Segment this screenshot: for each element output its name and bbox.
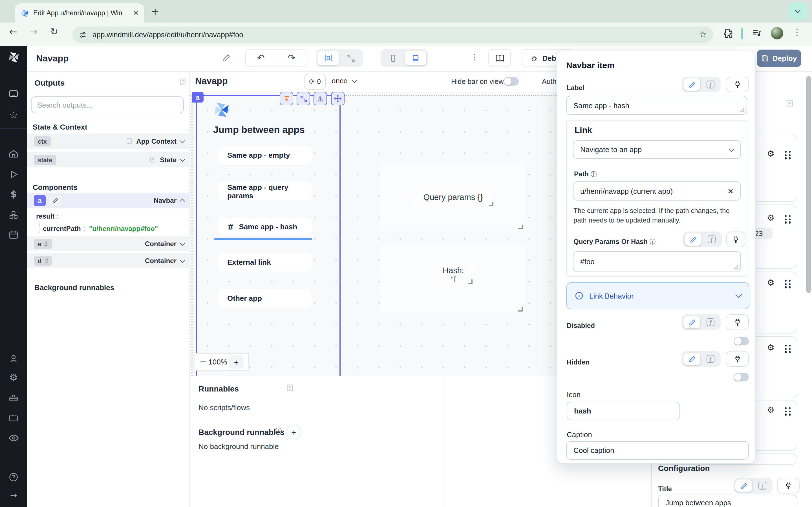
sidebar-item-home[interactable]	[0, 149, 27, 159]
link-type-select[interactable]: Navigate to an app	[573, 140, 741, 159]
output-row-ctx[interactable]: ctx App Context	[27, 133, 190, 149]
sidebar-item-folders[interactable]	[0, 413, 27, 423]
query-hash-textarea[interactable]: #foo	[573, 251, 741, 272]
mobile-preview-button[interactable]	[382, 51, 404, 65]
hidden-toggle[interactable]	[733, 373, 749, 381]
refresh-button[interactable]: ⟳ 0	[304, 74, 326, 90]
link-behavior-banner[interactable]: Link Behavior	[566, 282, 749, 309]
fx-button[interactable]: ƒ	[754, 480, 771, 492]
media-playlist-icon[interactable]	[752, 28, 762, 38]
nav-item-same-app-hash[interactable]: # Same app - hash	[218, 217, 312, 236]
zoom-out-button[interactable]: −	[200, 358, 207, 366]
sidebar-item-apps[interactable]	[0, 89, 27, 99]
redo-button[interactable]: ↷	[276, 54, 307, 62]
tab-strip-chevron-button[interactable]	[788, 3, 807, 20]
query-params-text-component[interactable]: Query params {}	[412, 186, 495, 207]
resize-handle[interactable]	[468, 279, 472, 284]
title-input[interactable]: Jump between apps	[658, 495, 797, 507]
component-row-container-e[interactable]: e ☝ Container	[27, 236, 190, 251]
sidebar-item-schedules[interactable]	[0, 230, 27, 240]
drag-grip-icon[interactable]	[785, 215, 791, 223]
add-background-runnable-button[interactable]: +	[287, 425, 301, 439]
drag-grip-icon[interactable]	[785, 280, 791, 288]
query-params-container[interactable]: Query params {}	[380, 162, 524, 231]
panel-doc-icon[interactable]	[286, 384, 294, 392]
tab-close-icon[interactable]: ✕	[133, 10, 139, 16]
nav-item-external-link[interactable]: External link	[218, 253, 312, 272]
component-row-navbar[interactable]: a Navbar	[27, 193, 190, 208]
edit-id-pencil[interactable]	[49, 195, 61, 205]
sidebar-item-settings-gear[interactable]: ⚙	[0, 373, 27, 383]
drag-grip-icon[interactable]	[785, 151, 791, 159]
zoom-in-button[interactable]: +	[229, 355, 244, 369]
bookmark-star-icon[interactable]: ☆	[699, 31, 707, 39]
sidebar-item-audit-eye[interactable]	[0, 433, 27, 443]
fx-button[interactable]: ƒ	[702, 353, 719, 365]
static-pencil-button[interactable]	[684, 233, 702, 245]
fullwidth-layout-button[interactable]	[340, 51, 361, 65]
fx-button[interactable]: ƒ	[702, 78, 719, 91]
component-id-badge[interactable]: a	[192, 92, 204, 103]
drag-grip-icon[interactable]	[785, 407, 791, 415]
chevron-down-icon[interactable]	[180, 137, 185, 143]
hide-bar-toggle[interactable]	[504, 77, 519, 86]
connect-plug-button[interactable]	[726, 351, 749, 367]
sidebar-item-variables[interactable]: $	[0, 190, 27, 199]
hash-text-component[interactable]: Hash: "f	[433, 264, 474, 285]
rail-scrollbar-thumb[interactable]	[806, 76, 811, 293]
undo-button[interactable]: ↶	[246, 54, 276, 62]
chevron-down-icon[interactable]	[180, 240, 185, 245]
connect-plug-button[interactable]	[726, 314, 749, 330]
panel-doc-icon[interactable]	[785, 99, 794, 108]
gear-icon[interactable]: ⚙	[767, 406, 774, 414]
hash-container[interactable]: Hash: "f	[380, 244, 524, 313]
extensions-icon[interactable]	[723, 28, 733, 38]
site-info-icon[interactable]	[79, 31, 87, 39]
avatar[interactable]	[771, 27, 783, 40]
browser-menu-icon[interactable]: ⋮	[793, 28, 801, 37]
chevron-down-icon[interactable]	[180, 156, 185, 162]
caption-input[interactable]: Cool caption	[566, 441, 749, 460]
edit-title-pencil-icon[interactable]	[221, 54, 231, 62]
label-textarea[interactable]: Same app - hash	[566, 96, 747, 115]
chevron-up-icon[interactable]	[180, 198, 185, 204]
fx-button[interactable]: ƒ	[703, 233, 720, 245]
clear-x-icon[interactable]: ✕	[727, 187, 733, 194]
sidebar-item-favorites[interactable]: ☆	[0, 110, 27, 120]
static-pencil-button[interactable]	[683, 316, 700, 328]
anchor-chip[interactable]: ⚓	[313, 92, 327, 105]
sidebar-item-workers[interactable]	[0, 393, 27, 403]
move-chip[interactable]	[331, 92, 345, 105]
fullscreen-chip[interactable]	[297, 92, 310, 105]
resize-handle[interactable]	[518, 307, 523, 312]
fx-button[interactable]: ƒ	[702, 316, 719, 328]
disabled-toggle[interactable]	[733, 337, 749, 345]
nav-item-other-app[interactable]: Other app	[218, 289, 312, 307]
connect-plug-button[interactable]	[726, 76, 749, 93]
gear-icon[interactable]: ⚙	[767, 214, 774, 223]
nav-item-query-params[interactable]: Same app - query params	[218, 182, 312, 201]
docs-book-button[interactable]	[488, 49, 511, 67]
resize-handle[interactable]	[489, 202, 493, 206]
path-input[interactable]: u/henri/navapp (current app) ✕	[573, 181, 741, 201]
gear-icon[interactable]: ⚙	[767, 279, 774, 287]
sidebar-item-resources[interactable]	[0, 210, 27, 220]
expand-down-chip[interactable]	[280, 92, 293, 105]
topbar-menu-icon[interactable]: ⋮	[470, 53, 478, 61]
panel-doc-icon[interactable]	[179, 78, 187, 86]
static-pencil-button[interactable]	[683, 353, 700, 365]
centered-layout-button[interactable]	[317, 51, 339, 65]
sidebar-expand-icon[interactable]: →	[0, 491, 27, 500]
chevron-down-icon[interactable]	[180, 257, 185, 263]
gear-icon[interactable]: ⚙	[767, 344, 774, 352]
static-pencil-button[interactable]	[683, 78, 700, 91]
output-row-state[interactable]: state State	[27, 152, 190, 167]
back-icon[interactable]: ←	[9, 27, 17, 37]
sidebar-item-runs[interactable]	[0, 170, 27, 179]
windmill-logo[interactable]	[0, 51, 27, 63]
static-pencil-button[interactable]	[735, 480, 752, 492]
gear-icon[interactable]: ⚙	[767, 150, 774, 158]
nav-item-same-app-empty[interactable]: Same app - empty	[218, 146, 312, 165]
drag-grip-icon[interactable]	[785, 345, 791, 353]
browser-tab[interactable]: Edit App u/henri/navapp | Win ✕	[15, 3, 144, 22]
